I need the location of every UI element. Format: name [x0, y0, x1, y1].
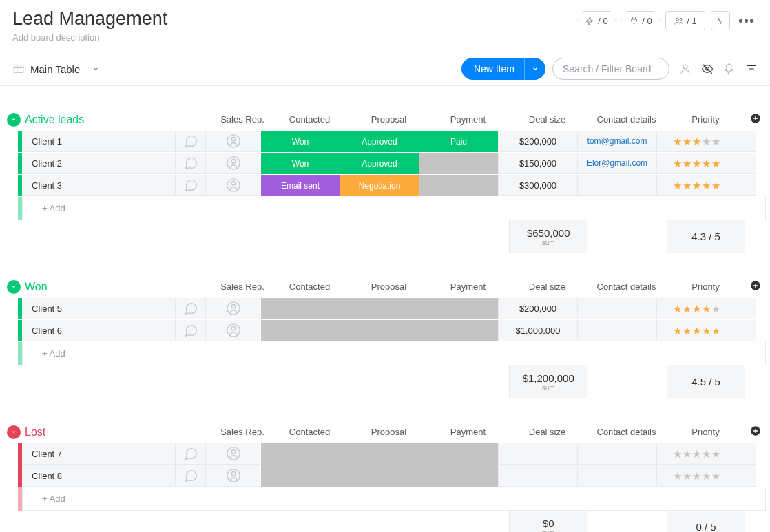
person-filter-button[interactable]: [679, 63, 691, 75]
salesrep-cell[interactable]: [205, 175, 260, 196]
column-header-payment[interactable]: Payment: [428, 281, 508, 292]
status-cell[interactable]: [260, 443, 340, 465]
status-cell[interactable]: [419, 465, 498, 487]
status-cell[interactable]: Approved: [340, 131, 419, 152]
priority-cell[interactable]: ★★★★★: [656, 298, 736, 319]
chat-button[interactable]: [175, 465, 205, 487]
page-description[interactable]: Add board description: [12, 32, 167, 43]
column-header-payment[interactable]: Payment: [428, 114, 508, 125]
deal-size-cell[interactable]: [498, 443, 577, 465]
star-rating[interactable]: ★★★★★: [673, 158, 720, 169]
priority-cell[interactable]: ★★★★★: [656, 443, 736, 465]
salesrep-cell[interactable]: [205, 443, 260, 465]
priority-cell[interactable]: ★★★★★: [656, 175, 736, 196]
status-cell[interactable]: [260, 320, 340, 341]
status-cell[interactable]: [419, 320, 498, 341]
more-menu-button[interactable]: •••: [736, 13, 758, 29]
priority-cell[interactable]: ★★★★★: [656, 320, 736, 341]
deal-size-cell[interactable]: $150,000: [498, 153, 577, 174]
status-cell[interactable]: Paid: [419, 131, 498, 152]
contact-cell[interactable]: [577, 465, 656, 487]
item-name[interactable]: Client 8: [22, 465, 175, 487]
item-name[interactable]: Client 5: [22, 298, 175, 319]
pin-button[interactable]: [723, 63, 736, 75]
status-cell[interactable]: [340, 443, 419, 465]
contact-cell[interactable]: tom@gmail.com: [577, 131, 656, 152]
column-header-priority[interactable]: Priority: [666, 427, 745, 437]
status-cell[interactable]: Approved: [340, 153, 419, 174]
item-name[interactable]: Client 6: [22, 320, 175, 341]
status-cell[interactable]: [340, 298, 419, 319]
chat-button[interactable]: [175, 131, 205, 152]
contact-cell[interactable]: Elor@gmail.com: [577, 153, 656, 174]
star-rating[interactable]: ★★★★★: [673, 326, 720, 336]
column-header-payment[interactable]: Payment: [428, 427, 508, 437]
activity-badge[interactable]: [711, 11, 730, 30]
new-item-caret[interactable]: [524, 58, 545, 80]
salesrep-cell[interactable]: [205, 298, 260, 319]
group-collapse-toggle[interactable]: [7, 113, 21, 127]
chat-button[interactable]: [175, 298, 205, 319]
salesrep-cell[interactable]: [205, 465, 260, 487]
page-title[interactable]: Lead Management: [12, 8, 167, 30]
item-name[interactable]: Client 1: [22, 131, 175, 152]
status-cell[interactable]: [419, 298, 498, 319]
priority-cell[interactable]: ★★★★★: [656, 131, 736, 152]
people-badge[interactable]: / 1: [665, 11, 705, 30]
deal-size-cell[interactable]: $200,000: [498, 298, 577, 319]
salesrep-cell[interactable]: [205, 153, 260, 174]
column-header-dealsize[interactable]: Deal size: [508, 114, 587, 125]
automations-badge[interactable]: / 0: [577, 11, 616, 30]
group-title[interactable]: Lost: [25, 426, 45, 438]
filter-button[interactable]: [745, 63, 758, 75]
salesrep-cell[interactable]: [205, 320, 260, 341]
chat-button[interactable]: [175, 320, 205, 341]
column-header-dealsize[interactable]: Deal size: [508, 281, 587, 292]
status-cell[interactable]: Won: [260, 153, 340, 174]
status-cell[interactable]: [419, 443, 498, 465]
chat-button[interactable]: [175, 443, 205, 465]
new-item-button[interactable]: New Item: [461, 58, 545, 80]
item-name[interactable]: Client 7: [22, 443, 175, 465]
add-column-icon[interactable]: [749, 112, 762, 125]
contact-cell[interactable]: [577, 175, 656, 196]
add-column-button[interactable]: [745, 279, 766, 294]
column-header-contacted[interactable]: Contacted: [270, 114, 349, 125]
contact-cell[interactable]: [577, 443, 656, 465]
deal-size-cell[interactable]: $200,000: [498, 131, 577, 152]
column-header-salesrep[interactable]: Sales Rep.: [215, 281, 270, 292]
star-rating[interactable]: ★★★★★: [673, 180, 720, 191]
chat-button[interactable]: [175, 175, 205, 196]
status-cell[interactable]: Email sent: [260, 175, 340, 196]
column-header-contact[interactable]: Contact details: [587, 114, 666, 125]
integrations-badge[interactable]: / 0: [621, 11, 660, 30]
star-rating[interactable]: ★★★★★: [673, 471, 720, 481]
column-header-salesrep[interactable]: Sales Rep.: [215, 427, 270, 437]
hide-columns-button[interactable]: [701, 63, 714, 75]
group-collapse-toggle[interactable]: [7, 425, 21, 439]
priority-cell[interactable]: ★★★★★: [656, 153, 736, 174]
column-header-contacted[interactable]: Contacted: [270, 427, 349, 437]
add-column-icon[interactable]: [749, 279, 762, 292]
star-rating[interactable]: ★★★★★: [673, 136, 720, 147]
chat-button[interactable]: [175, 153, 205, 174]
status-cell[interactable]: [260, 298, 340, 319]
status-cell[interactable]: [260, 465, 340, 487]
status-cell[interactable]: Negotiation: [340, 175, 419, 196]
status-cell[interactable]: Won: [260, 131, 340, 152]
contact-cell[interactable]: [577, 298, 656, 319]
deal-size-cell[interactable]: [498, 465, 577, 487]
column-header-proposal[interactable]: Proposal: [349, 427, 428, 437]
column-header-contact[interactable]: Contact details: [587, 281, 666, 292]
group-title[interactable]: Won: [25, 281, 48, 293]
item-name[interactable]: Client 2: [22, 153, 175, 174]
priority-cell[interactable]: ★★★★★: [656, 465, 736, 487]
add-item-row[interactable]: + Add: [4, 487, 766, 511]
add-item-row[interactable]: + Add: [4, 197, 766, 220]
status-cell[interactable]: [340, 320, 419, 341]
deal-size-cell[interactable]: $300,000: [498, 175, 577, 196]
column-header-priority[interactable]: Priority: [666, 114, 745, 125]
column-header-contact[interactable]: Contact details: [587, 427, 666, 437]
contact-cell[interactable]: [577, 320, 656, 341]
star-rating[interactable]: ★★★★★: [673, 449, 720, 459]
